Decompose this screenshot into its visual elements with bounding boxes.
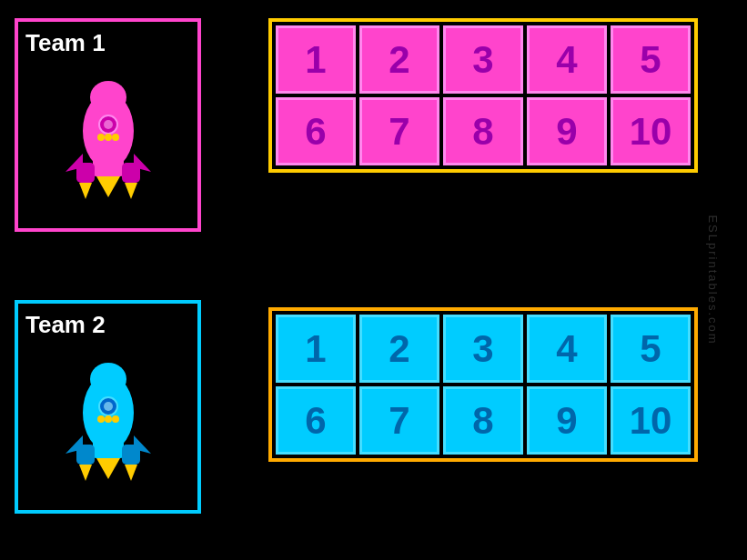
team1-cell-6[interactable]: 6 (276, 97, 356, 165)
team2-cell-3[interactable]: 3 (443, 315, 523, 383)
team1-title: Team 1 (25, 29, 106, 57)
watermark: ESLprintables.com (706, 215, 720, 345)
team1-cell-3[interactable]: 3 (443, 25, 523, 94)
team1-number-grid: 1 2 3 4 5 6 7 8 9 10 (276, 25, 691, 165)
svg-point-20 (105, 415, 112, 423)
team2-cell-6[interactable]: 6 (276, 386, 356, 455)
team1-cell-9[interactable]: 9 (527, 97, 607, 165)
svg-marker-28 (125, 465, 137, 481)
team2-cell-2[interactable]: 2 (359, 315, 439, 383)
svg-point-21 (112, 415, 119, 423)
svg-point-19 (97, 415, 105, 423)
svg-rect-25 (76, 445, 95, 465)
svg-point-5 (105, 134, 112, 141)
team2-rocket-container (25, 345, 190, 503)
team2-grid-wrapper: 1 2 3 4 5 6 7 8 9 10 (268, 307, 698, 462)
team2-card: Team 2 (15, 300, 201, 514)
team2-cell-10[interactable]: 10 (611, 386, 691, 455)
team1-cell-5[interactable]: 5 (611, 25, 691, 94)
team1-rocket-icon (49, 72, 167, 213)
team2-cell-9[interactable]: 9 (527, 386, 607, 455)
team1-cell-1[interactable]: 1 (276, 25, 356, 94)
svg-point-1 (90, 81, 126, 114)
svg-marker-27 (79, 465, 92, 481)
svg-rect-24 (93, 431, 124, 458)
team2-number-grid: 1 2 3 4 5 6 7 8 9 10 (276, 315, 691, 455)
team1-rocket-container (25, 63, 190, 221)
svg-point-3 (104, 120, 113, 129)
svg-marker-29 (96, 458, 120, 479)
svg-point-16 (90, 363, 126, 395)
team1-cell-4[interactable]: 4 (527, 25, 607, 94)
svg-point-18 (104, 402, 113, 411)
team2-cell-4[interactable]: 4 (527, 315, 607, 383)
team2-rocket-icon (49, 354, 167, 495)
svg-rect-26 (122, 445, 140, 465)
team2-cell-7[interactable]: 7 (359, 386, 439, 455)
team1-cell-2[interactable]: 2 (359, 25, 439, 94)
team2-title: Team 2 (25, 311, 106, 339)
team1-grid-wrapper: 1 2 3 4 5 6 7 8 9 10 (268, 18, 698, 173)
svg-point-4 (97, 134, 105, 141)
team2-cell-5[interactable]: 5 (611, 315, 691, 383)
svg-marker-13 (125, 183, 137, 199)
svg-marker-14 (96, 176, 120, 197)
svg-rect-9 (93, 149, 124, 176)
team1-cell-10[interactable]: 10 (611, 97, 691, 165)
team1-card: Team 1 (15, 18, 201, 232)
team2-cell-8[interactable]: 8 (443, 386, 523, 455)
svg-point-6 (112, 134, 119, 141)
svg-marker-12 (79, 183, 92, 199)
svg-rect-10 (76, 163, 95, 183)
team1-cell-7[interactable]: 7 (359, 97, 439, 165)
team2-cell-1[interactable]: 1 (276, 315, 356, 383)
team1-cell-8[interactable]: 8 (443, 97, 523, 165)
svg-rect-11 (122, 163, 140, 183)
